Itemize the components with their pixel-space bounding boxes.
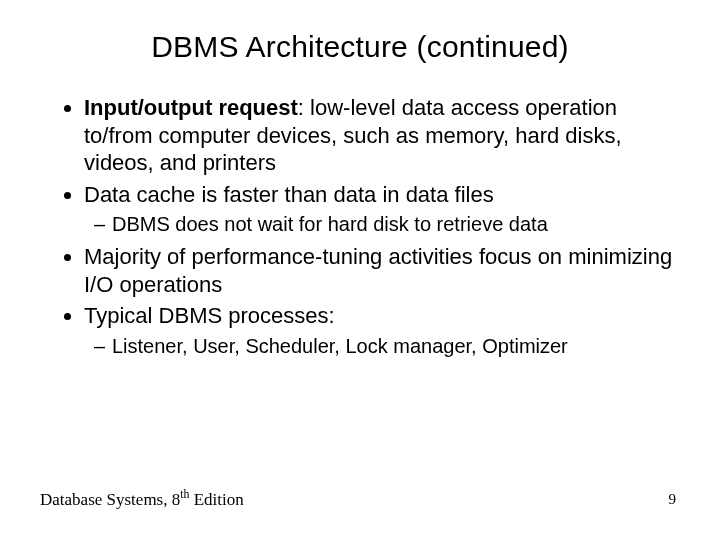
bullet-io-request: Input/output request: low-level data acc… bbox=[84, 94, 680, 177]
footer-book: Database Systems, 8th Edition bbox=[40, 490, 244, 510]
footer-book-suffix: Edition bbox=[189, 490, 243, 509]
subbullet-dbms-wait: DBMS does not wait for hard disk to retr… bbox=[112, 212, 680, 237]
bullet-data-cache: Data cache is faster than data in data f… bbox=[84, 181, 680, 209]
bullet-list: Input/output request: low-level data acc… bbox=[40, 94, 680, 359]
subbullet-process-list: Listener, User, Scheduler, Lock manager,… bbox=[112, 334, 680, 359]
bullet-dbms-processes: Typical DBMS processes: bbox=[84, 302, 680, 330]
footer-book-prefix: Database Systems, 8 bbox=[40, 490, 180, 509]
footer-page-number: 9 bbox=[669, 491, 677, 508]
bullet-io-request-term: Input/output request bbox=[84, 95, 298, 120]
bullet-perf-tuning: Majority of performance-tuning activitie… bbox=[84, 243, 680, 298]
sublist-processes: Listener, User, Scheduler, Lock manager,… bbox=[84, 334, 680, 359]
slide-title: DBMS Architecture (continued) bbox=[40, 30, 680, 64]
slide: DBMS Architecture (continued) Input/outp… bbox=[0, 0, 720, 540]
sublist-cache: DBMS does not wait for hard disk to retr… bbox=[84, 212, 680, 237]
